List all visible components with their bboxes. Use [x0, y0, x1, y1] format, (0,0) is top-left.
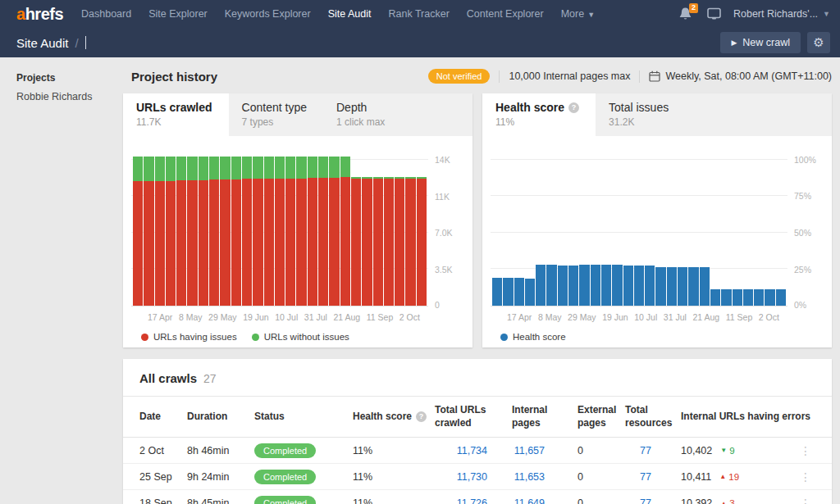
all-crawls-panel: All crawls 27 Date Duration Status Healt… — [123, 359, 832, 504]
bar-segment — [710, 289, 720, 306]
schedule-label: Weekly, Sat, 08:00 AM (GMT+11:00) — [649, 70, 832, 82]
status-badge: Completed — [254, 496, 316, 504]
col-total-resources: Total resources — [625, 404, 681, 429]
sidebar-project-item[interactable]: Robbie Richards — [16, 91, 115, 102]
bar — [678, 149, 687, 306]
y-tick-label: 100% — [794, 155, 816, 165]
x-tick-label: 17 Apr — [507, 312, 532, 322]
text-cursor — [85, 36, 86, 49]
breadcrumb[interactable]: Site Audit — [16, 36, 68, 50]
y-tick-label: 25% — [794, 265, 811, 275]
crawl-duration: 9h 24min — [187, 471, 254, 483]
delta-arrow-icon: ▲ — [719, 473, 726, 480]
crawl-health: 11% — [353, 445, 435, 456]
x-tick-label: 29 May — [208, 312, 236, 322]
bar-segment — [340, 157, 350, 177]
total-urls-link[interactable]: 11,734 — [457, 445, 487, 456]
bar — [209, 149, 219, 306]
x-tick-label: 31 Jul — [304, 312, 327, 322]
nav-item-site-explorer[interactable]: Site Explorer — [148, 8, 208, 20]
bar-segment — [395, 179, 404, 306]
tab-health-score[interactable]: Health score? 11% — [482, 93, 596, 136]
bar — [296, 149, 306, 306]
ahrefs-logo[interactable]: ahrefs — [16, 5, 63, 24]
nav-item-rank-tracker[interactable]: Rank Tracker — [388, 8, 449, 20]
notifications-bell-icon[interactable]: 2 — [678, 7, 695, 21]
crawl-date: 2 Oct — [139, 445, 187, 456]
breadcrumb-separator: / — [75, 36, 78, 50]
row-menu-button[interactable]: ⋮ — [796, 470, 815, 484]
nav-item-site-audit[interactable]: Site Audit — [328, 8, 372, 20]
crawl-row: 2 Oct 8h 46min Completed 11% 11,734 11,6… — [123, 438, 832, 464]
y-tick-label: 7.0K — [435, 228, 453, 238]
bar — [340, 149, 350, 306]
total-urls-link[interactable]: 11,730 — [457, 471, 487, 483]
bar-segment — [318, 157, 328, 178]
bar-segment — [176, 157, 186, 180]
bar — [579, 149, 589, 306]
total-resources-link[interactable]: 77 — [640, 445, 651, 456]
crawl-date: 18 Sep — [139, 497, 187, 504]
internal-pages-link[interactable]: 11,657 — [514, 445, 545, 456]
bar-segment — [405, 179, 415, 306]
urls-panel-tabs: URLs crawled 11.7K Content type 7 types … — [123, 93, 472, 136]
tab-depth[interactable]: Depth 1 click max — [323, 93, 401, 136]
bar-segment — [721, 289, 731, 306]
total-urls-link[interactable]: 11,726 — [457, 497, 487, 504]
chart-bars — [492, 149, 786, 306]
notification-count-badge: 2 — [689, 3, 698, 13]
top-navbar: ahrefs DashboardSite ExplorerKeywords Ex… — [0, 0, 840, 28]
x-tick-label: 21 Aug — [692, 312, 719, 322]
y-zero-label: 0% — [794, 300, 806, 310]
tab-content-type[interactable]: Content type 7 types — [229, 93, 323, 136]
account-menu[interactable]: Robert Richards'... ▼ — [733, 8, 830, 20]
urls-crawled-chart: 3.5K7.0K11K14K017 Apr8 May29 May19 Jun10… — [123, 136, 472, 342]
internal-pages-link[interactable]: 11,649 — [514, 497, 545, 504]
nav-item-keywords-explorer[interactable]: Keywords Explorer — [225, 8, 311, 20]
bar-segment — [176, 180, 186, 306]
bar — [623, 149, 633, 306]
device-monitor-icon[interactable] — [706, 7, 722, 20]
internal-pages-link[interactable]: 11,653 — [514, 471, 545, 483]
legend-item: Health score — [500, 332, 566, 342]
bar-segment — [373, 179, 383, 306]
nav-right: 2 Robert Richards'... ▼ — [678, 7, 830, 21]
nav-item-content-explorer[interactable]: Content Explorer — [467, 8, 544, 20]
legend-label: URLs without issues — [264, 332, 349, 342]
bar — [231, 149, 241, 306]
bar-segment — [655, 267, 665, 306]
bar-segment — [199, 157, 208, 180]
help-icon[interactable]: ? — [416, 411, 427, 422]
bar-segment — [155, 157, 165, 181]
row-menu-button[interactable]: ⋮ — [796, 497, 815, 504]
row-menu-button[interactable]: ⋮ — [796, 444, 815, 457]
page-title: Project history — [131, 70, 217, 84]
new-crawl-button[interactable]: ▶ New crawl — [720, 32, 801, 53]
all-crawls-count: 27 — [203, 372, 217, 385]
total-resources-link[interactable]: 77 — [640, 471, 651, 483]
total-resources-link[interactable]: 77 — [640, 497, 651, 504]
projects-sidebar: Projects Robbie Richards — [0, 57, 115, 504]
bar-segment — [700, 267, 710, 306]
chevron-down-icon: ▼ — [823, 10, 830, 18]
bar-segment — [733, 289, 742, 306]
bar-segment — [144, 157, 153, 181]
bar — [546, 149, 556, 306]
bar — [373, 149, 383, 306]
nav-item-dashboard[interactable]: Dashboard — [81, 8, 131, 20]
bar — [144, 149, 153, 306]
x-axis-labels: 17 Apr8 May29 May19 Jun10 Jul31 Jul21 Au… — [491, 312, 788, 322]
external-pages-value: 0 — [578, 445, 625, 456]
bar-segment — [242, 179, 252, 306]
col-status: Status — [254, 411, 353, 424]
tab-total-issues[interactable]: Total issues 31.2K — [596, 93, 685, 136]
settings-gear-button[interactable]: ⚙ — [807, 32, 830, 53]
x-tick-label: 10 Jul — [275, 312, 298, 322]
bar — [187, 149, 197, 306]
main-nav: DashboardSite ExplorerKeywords ExplorerS… — [81, 8, 678, 20]
tab-urls-crawled[interactable]: URLs crawled 11.7K — [123, 93, 229, 136]
bar-segment — [776, 289, 786, 306]
nav-item-more[interactable]: More▼ — [561, 8, 595, 20]
help-icon[interactable]: ? — [568, 102, 579, 113]
bar — [417, 149, 427, 306]
